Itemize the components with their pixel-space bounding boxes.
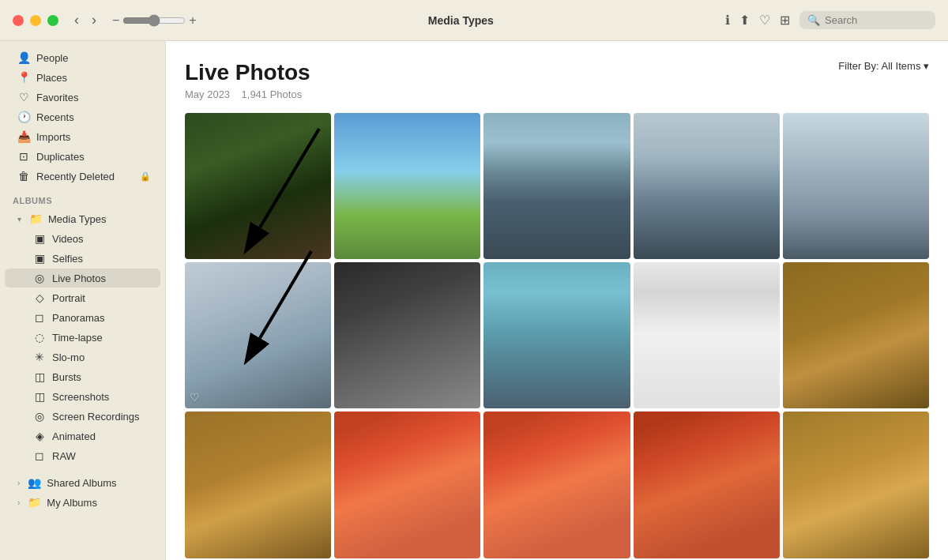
sidebar-label-recents: Recents (36, 111, 74, 123)
sidebar-item-bursts[interactable]: ◫ Bursts (5, 367, 160, 386)
sidebar-label-places: Places (36, 72, 67, 84)
screen-recordings-icon: ◎ (33, 410, 46, 423)
heart-button[interactable]: ♡ (190, 391, 200, 404)
trash-icon: 🗑 (17, 170, 30, 182)
sidebar-item-places[interactable]: 📍 Places (5, 68, 160, 87)
photo-grid-wrapper: ♡ (185, 113, 929, 558)
sidebar-label-screen-recordings: Screen Recordings (52, 411, 140, 423)
sidebar-item-people[interactable]: 👤 People (5, 48, 160, 67)
slomo-icon: ✳ (33, 351, 46, 363)
sidebar-item-animated[interactable]: ◈ Animated (5, 427, 160, 445)
close-button[interactable] (13, 15, 24, 26)
zoom-control: − + (112, 13, 197, 28)
sidebar-label-recently-deleted: Recently Deleted (36, 171, 115, 182)
window-controls (13, 15, 58, 26)
sidebar-label-raw: RAW (52, 450, 76, 462)
photo-cell[interactable] (334, 113, 480, 259)
titlebar-actions: ℹ ⬆ ♡ ⊞ 🔍 (725, 11, 935, 29)
sidebar-item-screen-recordings[interactable]: ◎ Screen Recordings (5, 407, 160, 426)
photo-cell[interactable] (483, 113, 630, 259)
search-input[interactable] (825, 14, 927, 26)
shared-albums-icon: 👥 (28, 476, 40, 489)
sidebar-item-duplicates[interactable]: ⊡ Duplicates (5, 147, 160, 166)
sidebar-item-favorites[interactable]: ♡ Favorites (5, 88, 160, 107)
search-box[interactable]: 🔍 (799, 11, 935, 29)
zoom-in-button[interactable]: + (189, 13, 196, 28)
sidebar-label-bursts: Bursts (52, 371, 81, 383)
sidebar-label-slo-mo: Slo-mo (52, 351, 85, 363)
sidebar-label-shared-albums: Shared Albums (47, 477, 116, 489)
imports-icon: 📥 (17, 130, 30, 143)
sidebar-item-shared-albums[interactable]: › 👥 Shared Albums (5, 473, 160, 492)
folder-icon: 📁 (29, 212, 42, 225)
panoramas-icon: ◻ (33, 311, 46, 324)
photo-cell[interactable] (185, 412, 331, 558)
photo-cell[interactable] (634, 262, 780, 408)
content-date: May 2023 (185, 88, 230, 100)
minimize-button[interactable] (30, 15, 41, 26)
my-albums-icon: 📁 (28, 496, 40, 509)
sidebar-item-raw[interactable]: ◻ RAW (5, 446, 160, 465)
photo-cell[interactable] (634, 113, 780, 259)
sidebar: 👤 People 📍 Places ♡ Favorites 🕐 Recents … (0, 41, 166, 560)
filter-button[interactable]: Filter By: All Items ▾ (838, 60, 929, 72)
sidebar-label-live-photos: Live Photos (52, 272, 106, 284)
expand-arrow-my-icon: › (17, 498, 20, 507)
sidebar-item-portrait[interactable]: ◇ Portrait (5, 288, 160, 307)
sidebar-label-screenshots: Screenshots (52, 391, 109, 403)
favorite-button[interactable]: ♡ (759, 13, 770, 28)
sidebar-item-selfies[interactable]: ▣ Selfies (5, 249, 160, 268)
sidebar-item-media-types[interactable]: ▾ 📁 Media Types (5, 209, 160, 228)
expand-arrow-shared-icon: › (17, 479, 20, 487)
sidebar-item-videos[interactable]: ▣ Videos (5, 229, 160, 248)
grid-button[interactable]: ⊞ (780, 13, 790, 28)
photo-cell[interactable]: ♡ (185, 262, 331, 408)
maximize-button[interactable] (47, 15, 58, 26)
photo-cell[interactable] (334, 262, 480, 408)
photo-grid: ♡ (185, 113, 929, 558)
photo-cell[interactable] (783, 262, 929, 408)
places-icon: 📍 (17, 71, 30, 84)
photo-cell[interactable] (783, 412, 929, 558)
nav-controls: ‹ › (71, 9, 100, 32)
zoom-slider[interactable] (122, 14, 186, 27)
favorites-icon: ♡ (17, 91, 30, 103)
sidebar-item-my-albums[interactable]: › 📁 My Albums (5, 493, 160, 512)
sidebar-item-slo-mo[interactable]: ✳ Slo-mo (5, 348, 160, 366)
photo-cell[interactable] (483, 262, 630, 408)
sidebar-label-animated: Animated (52, 430, 96, 442)
sidebar-item-recently-deleted[interactable]: 🗑 Recently Deleted 🔒 (5, 167, 160, 186)
sidebar-label-favorites: Favorites (36, 92, 78, 103)
content-title: Live Photos (185, 60, 310, 85)
zoom-out-button[interactable]: − (112, 13, 119, 28)
photo-cell[interactable] (334, 412, 480, 558)
photo-cell[interactable] (483, 412, 630, 558)
sidebar-label-selfies: Selfies (52, 253, 83, 265)
search-icon: 🔍 (807, 14, 820, 26)
back-button[interactable]: ‹ (71, 9, 82, 32)
lock-icon: 🔒 (140, 171, 151, 182)
expand-arrow-icon: ▾ (17, 215, 21, 224)
sidebar-label-panoramas: Panoramas (52, 312, 104, 324)
forward-button[interactable]: › (88, 9, 100, 32)
albums-section-label: Albums (0, 186, 165, 209)
info-button[interactable]: ℹ (725, 13, 730, 28)
sidebar-item-live-photos[interactable]: ◎ Live Photos (5, 269, 160, 288)
sidebar-item-imports[interactable]: 📥 Imports (5, 127, 160, 146)
photo-cell[interactable] (783, 113, 929, 259)
recents-icon: 🕐 (17, 111, 30, 123)
sidebar-label-videos: Videos (52, 233, 84, 245)
content-meta: May 2023 1,941 Photos (185, 88, 310, 100)
share-button[interactable]: ⬆ (739, 13, 750, 28)
sidebar-label-imports: Imports (36, 131, 70, 143)
sidebar-item-panoramas[interactable]: ◻ Panoramas (5, 308, 160, 327)
sidebar-item-screenshots[interactable]: ◫ Screenshots (5, 387, 160, 406)
sidebar-label-duplicates: Duplicates (36, 151, 85, 163)
sidebar-item-time-lapse[interactable]: ◌ Time-lapse (5, 328, 160, 347)
sidebar-label-people: People (36, 52, 68, 64)
photo-cell[interactable] (634, 412, 780, 558)
sidebar-label-time-lapse: Time-lapse (52, 332, 103, 344)
photo-cell[interactable] (185, 113, 331, 259)
sidebar-item-recents[interactable]: 🕐 Recents (5, 107, 160, 126)
selfies-icon: ▣ (33, 252, 46, 265)
